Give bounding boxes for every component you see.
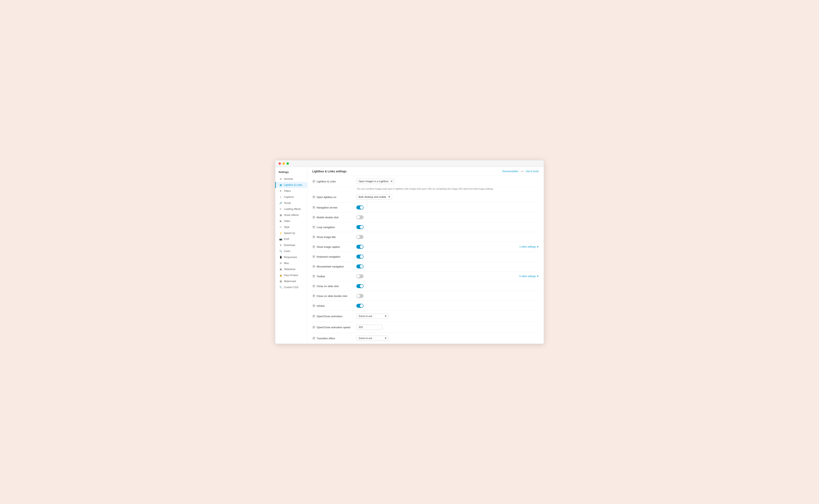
sidebar-icon-filters: ▼ [279,189,282,193]
input-open-close-animation-speed[interactable] [356,325,382,330]
setting-control-keyboard-navigation [356,255,539,259]
get-in-touch-link[interactable]: Get in touch [526,170,539,173]
sidebar-icon-lightbox-links: ▦ [279,183,282,187]
sidebar-item-download[interactable]: ⬇ Download [275,242,307,248]
sidebar-icon-watermark: ▦ [279,280,282,283]
setting-label-col-close-on-slide-double-click: ? Close on slide double click [312,294,356,298]
setting-label-mobile-double-click: Mobile double click [317,216,339,219]
setting-label-col-toolbar: ? Toolbar [312,275,356,278]
sidebar-item-pass-protect[interactable]: 🔒 Pass Protect [275,272,307,278]
sidebar-icon-captions: ≡ [279,195,282,199]
sidebar-item-exif[interactable]: 📷 EXIF [275,236,307,242]
sidebar-item-lightbox-links[interactable]: ▦ Lightbox & Links [275,182,307,188]
sidebar-item-responsive[interactable]: 📱 Responsive [275,254,307,260]
help-icon-infobar[interactable]: ? [312,304,315,307]
help-icon-lightbox-links[interactable]: ? [312,180,315,183]
sidebar-icon-hover-effects: ▦ [279,213,282,217]
setting-label-show-image-title: Show image title [317,236,336,239]
toggle-close-on-slide-double-click[interactable] [356,294,364,298]
select-lightbox-links[interactable]: Open Images in a LightboxOpen Images in … [356,179,394,184]
help-icon-open-close-animation-speed[interactable]: ? [312,326,315,329]
help-icon-keyboard-navigation[interactable]: ? [312,255,315,258]
sidebar-item-zoom[interactable]: 🔍 Zoom [275,248,307,254]
sidebar-label-lightbox-links: Lightbox & Links [284,184,302,186]
sidebar-items: ⚙ General ▦ Lightbox & Links ▼ Filters ≡… [275,176,307,290]
toggle-knob-toolbar [357,275,360,278]
sidebar-header: Settings [275,169,307,176]
sidebar: Settings ⚙ General ▦ Lightbox & Links ▼ … [275,167,307,344]
sidebar-item-filters[interactable]: ▼ Filters [275,188,307,194]
toggle-keyboard-navigation[interactable] [356,255,364,259]
sidebar-icon-pass-protect: 🔒 [279,274,282,277]
toggle-knob-show-image-caption [360,245,363,248]
help-icon-show-image-title[interactable]: ? [312,235,315,239]
documentation-link[interactable]: Documentation [502,170,518,173]
setting-row-show-image-title: ? Show image title [312,232,539,242]
sidebar-icon-general: ⚙ [279,177,282,181]
help-icon-open-close-animation[interactable]: ? [312,315,315,318]
sidebar-item-loading-effects[interactable]: ↻ Loading effects [275,206,307,212]
setting-label-infobar: Infobar [317,304,325,307]
sidebar-item-misc[interactable]: ⚙ Misc [275,260,307,266]
help-icon-mousewheel-navigation[interactable]: ? [312,265,315,268]
help-icon-toolbar[interactable]: ? [312,275,315,278]
setting-label-col-open-close-animation-speed: ? Open/Close animation speed [312,326,356,329]
setting-row-open-lightbox-on: ? Open lightbox on Both desktop and mobi… [312,192,539,203]
sidebar-item-style[interactable]: ✏ Style [275,224,307,230]
sidebar-item-speed-up[interactable]: ⚡ Speed Up [275,230,307,236]
setting-label-col-mobile-double-click: ? Mobile double click [312,216,356,219]
setting-label-col-navigation-arrows: ? Navigation arrows [312,206,356,209]
sidebar-item-social[interactable]: 🔗 Social [275,200,307,206]
page-title: Lightbox & Links settings [312,170,347,173]
setting-label-show-image-caption: Show image caption [317,245,340,248]
other-settings-toolbar[interactable]: 6 other settings ▼ [519,275,539,278]
other-settings-show-image-caption[interactable]: 1 other settings ▼ [519,245,539,248]
setting-control-show-image-caption [356,245,519,249]
sidebar-item-video[interactable]: ▶ Video [275,218,307,224]
setting-control-infobar [356,304,539,308]
sidebar-item-hover-effects[interactable]: ▦ Hover effects [275,212,307,218]
help-icon-navigation-arrows[interactable]: ? [312,206,315,209]
toggle-navigation-arrows[interactable] [356,205,364,209]
sidebar-item-custom-css[interactable]: 🔧 Custom CSS [275,284,307,290]
window-minimize-dot[interactable] [282,162,285,165]
sidebar-label-style: Style [284,226,290,229]
help-icon-close-on-slide-double-click[interactable]: ? [312,294,315,298]
help-icon-mobile-double-click[interactable]: ? [312,216,315,219]
sidebar-item-watermark[interactable]: ▦ Watermark [275,278,307,284]
window-maximize-dot[interactable] [287,162,289,165]
toggle-mobile-double-click[interactable] [356,215,364,219]
settings-body: ? Lightbox & Links Open Images in a Ligh… [307,176,544,344]
toggle-knob-mobile-double-click [357,216,360,219]
help-icon-transition-effect[interactable]: ? [312,337,315,340]
select-open-lightbox-on[interactable]: Both desktop and mobileDesktop onlyMobil… [356,194,392,200]
toggle-infobar[interactable] [356,304,364,308]
window-close-dot[interactable] [278,162,281,165]
setting-row-transition-effect: ? Transition effect Zoom-in-outFadeSlide… [312,333,539,344]
select-open-close-animation[interactable]: Zoom-in-outFadeNone [356,314,388,319]
setting-label-col-mousewheel-navigation: ? Mousewheel navigation [312,265,356,268]
toggle-toolbar[interactable] [356,274,364,278]
help-icon-show-image-caption[interactable]: ? [312,245,315,248]
help-icon-loop-navigation[interactable]: ? [312,226,315,229]
sidebar-item-general[interactable]: ⚙ General [275,176,307,182]
toggle-show-image-title[interactable] [356,235,364,239]
select-transition-effect[interactable]: Zoom-in-outFadeSlideNone [356,336,388,341]
sidebar-item-slideshow[interactable]: ▣ Slideshow [275,266,307,272]
toggle-show-image-caption[interactable] [356,245,364,249]
setting-control-loop-navigation [356,225,539,229]
sidebar-label-slideshow: Slideshow [284,268,295,271]
setting-label-col-lightbox-links: ? Lightbox & Links [312,180,356,183]
sidebar-icon-misc: ⚙ [279,262,282,265]
sidebar-label-loading-effects: Loading effects [284,208,301,210]
sidebar-icon-zoom: 🔍 [279,250,282,253]
setting-label-col-transition-effect: ? Transition effect [312,337,356,340]
toggle-close-on-slide-click[interactable] [356,284,364,288]
setting-row-open-close-animation-speed: ? Open/Close animation speed [312,322,539,333]
help-icon-open-lightbox-on[interactable]: ? [312,195,315,199]
setting-row-mobile-double-click: ? Mobile double click [312,212,539,222]
help-icon-close-on-slide-click[interactable]: ? [312,285,315,288]
toggle-mousewheel-navigation[interactable] [356,264,364,268]
toggle-loop-navigation[interactable] [356,225,364,229]
sidebar-item-captions[interactable]: ≡ Captions [275,194,307,200]
